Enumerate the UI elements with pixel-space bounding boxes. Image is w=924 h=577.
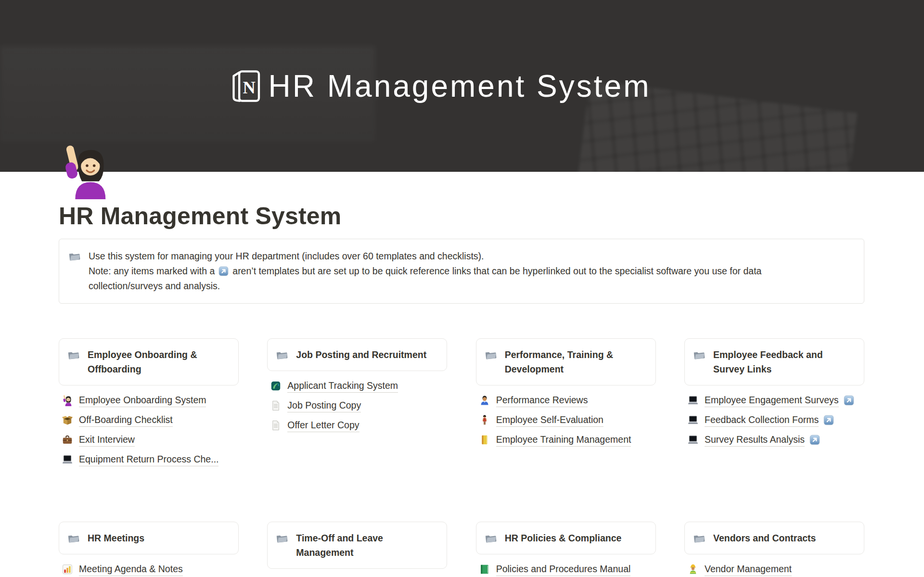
arrow-up-right-icon: [843, 395, 855, 406]
open-folder-icon: [68, 250, 81, 263]
document-icon: [270, 400, 282, 411]
card-items: Employee Onboarding System Off-Boarding …: [59, 390, 239, 469]
info-callout: Use this system for managing your HR dep…: [59, 239, 864, 304]
callout-note-last-line: collection/surveys and analysis.: [89, 279, 761, 294]
open-folder-icon: [275, 532, 288, 545]
page-link-vendor-management[interactable]: Vendor Management: [684, 559, 864, 577]
card-vendors-contracts: Vendors and Contracts Vendor Management: [684, 522, 864, 577]
page-link-label: Meeting Agenda & Notes: [79, 564, 183, 576]
page-link-label: Exit Interview: [79, 434, 135, 447]
man-office-worker-icon: [479, 395, 490, 406]
woman-raising-hand-icon: [63, 142, 109, 199]
card-employee-onboarding-offboarding: Employee Onboarding & Offboarding Employ…: [59, 338, 239, 469]
card-header: Job Posting and Recruitment: [267, 338, 447, 371]
open-folder-icon: [67, 348, 80, 361]
open-folder-icon: [484, 532, 497, 545]
page-link-label: Employee Self-Evaluation: [496, 414, 603, 427]
construction-worker-icon: [687, 564, 699, 575]
page-link-policies-procedures-manual[interactable]: Policies and Procedures Manual: [476, 559, 656, 577]
open-folder-icon: [275, 348, 288, 361]
page-link-label: Offer Letter Copy: [287, 420, 359, 432]
card-employee-feedback-survey-links: Employee Feedback and Survey Links Emplo…: [684, 338, 864, 449]
page-link-label: Job Posting Copy: [287, 400, 361, 412]
page-link-employee-self-evaluation[interactable]: Employee Self-Evaluation: [476, 410, 656, 430]
woman-standing-icon: [479, 414, 490, 426]
page-title: HR Management System: [59, 202, 864, 231]
external-link-survey-results-analysis[interactable]: Survey Results Analysis: [684, 430, 857, 449]
cover-title: HR Management System: [269, 68, 651, 104]
ats-app-icon: [270, 380, 282, 392]
callout-note-prefix: Note: any items marked with a: [89, 266, 215, 276]
page-link-label: Feedback Collection Forms: [705, 414, 819, 427]
green-book-icon: [479, 564, 490, 575]
page-link-applicant-tracking-system[interactable]: Applicant Tracking System: [267, 376, 447, 396]
page-link-exit-interview[interactable]: Exit Interview: [59, 430, 239, 449]
bar-chart-icon: [62, 564, 73, 575]
open-folder-icon: [67, 532, 80, 545]
woman-raising-hand-icon: [62, 395, 73, 406]
external-link-employee-engagement-surveys[interactable]: Employee Engagement Surveys: [684, 390, 857, 410]
card-header: Performance, Training & Development: [476, 338, 656, 385]
page-link-off-boarding-checklist[interactable]: Off-Boarding Checklist: [59, 410, 239, 430]
page-link-label: Employee Engagement Surveys: [705, 395, 839, 407]
card-title: Employee Feedback and Survey Links: [713, 347, 856, 376]
card-title: Employee Onboarding & Offboarding: [88, 347, 231, 376]
open-folder-icon: [693, 348, 706, 361]
arrow-up-right-icon: [218, 266, 229, 277]
card-items: Applicant Tracking System Job Posting Co…: [267, 376, 447, 435]
laptop-icon: [62, 454, 73, 465]
card-header: Time-Off and Leave Management: [267, 522, 447, 569]
card-job-posting-recruitment: Job Posting and Recruitment Applicant Tr…: [267, 338, 447, 435]
open-folder-icon: [484, 348, 497, 361]
page-link-equipment-return[interactable]: Equipment Return Process Che...: [59, 449, 239, 469]
laptop-icon: [687, 434, 699, 446]
page-link-label: Performance Reviews: [496, 395, 588, 407]
page-link-meeting-agenda-notes[interactable]: Meeting Agenda & Notes: [59, 559, 239, 577]
card-header: HR Meetings: [59, 522, 239, 554]
page-link-label: Applicant Tracking System: [287, 380, 398, 393]
page-link-employee-training-management[interactable]: Employee Training Management: [476, 430, 656, 449]
external-link-feedback-collection-forms[interactable]: Feedback Collection Forms: [684, 410, 857, 430]
open-folder-icon: [693, 532, 706, 545]
card-hr-meetings: HR Meetings Meeting Agenda & Notes: [59, 522, 239, 577]
cover-brand: HR Management System: [230, 68, 651, 104]
laptop-icon: [687, 414, 699, 426]
page-link-offer-letter-copy[interactable]: Offer Letter Copy: [267, 415, 447, 435]
card-title: Vendors and Contracts: [713, 531, 816, 545]
card-header: HR Policies & Compliance: [476, 522, 656, 554]
page-link-label: Survey Results Analysis: [705, 434, 805, 447]
page-link-performance-reviews[interactable]: Performance Reviews: [476, 390, 656, 410]
page-link-label: Employee Training Management: [496, 434, 631, 447]
callout-note: Note: any items marked with aaren’t temp…: [89, 264, 761, 294]
card-items: Employee Engagement Surveys Feedback Col…: [684, 390, 864, 449]
card-items: Vendor Management: [684, 559, 864, 577]
page-link-label: Employee Onboarding System: [79, 395, 206, 407]
page-link-label: Policies and Procedures Manual: [496, 564, 631, 576]
page-content: HR Management System Use this system for…: [59, 202, 864, 577]
page-link-label: Equipment Return Process Che...: [79, 454, 218, 466]
card-grid-row-2: HR Meetings Meeting Agenda & Notes Time-…: [59, 522, 864, 577]
card-grid-row-1: Employee Onboarding & Offboarding Employ…: [59, 338, 864, 469]
briefcase-icon: [62, 434, 73, 446]
card-title: Time-Off and Leave Management: [296, 531, 439, 560]
card-title: HR Policies & Compliance: [505, 531, 622, 545]
card-header: Employee Onboarding & Offboarding: [59, 338, 239, 385]
document-icon: [270, 420, 282, 431]
page-link-label: Off-Boarding Checklist: [79, 414, 173, 427]
notion-logo-icon: [230, 69, 262, 103]
card-title: HR Meetings: [88, 531, 144, 545]
card-title: Job Posting and Recruitment: [296, 347, 426, 362]
card-header: Employee Feedback and Survey Links: [684, 338, 864, 385]
page-link-label: Vendor Management: [705, 564, 792, 576]
card-header: Vendors and Contracts: [684, 522, 864, 554]
page-icon-woman-raising-hand[interactable]: [63, 142, 109, 199]
card-title: Performance, Training & Development: [505, 347, 648, 376]
card-hr-policies-compliance: HR Policies & Compliance Policies and Pr…: [476, 522, 656, 577]
page-link-job-posting-copy[interactable]: Job Posting Copy: [267, 396, 447, 415]
callout-note-middle: aren’t templates but are set up to be qu…: [232, 266, 761, 276]
open-box-icon: [62, 414, 73, 426]
page-link-employee-onboarding-system[interactable]: Employee Onboarding System: [59, 390, 239, 410]
arrow-up-right-icon: [823, 414, 834, 426]
card-time-off-leave-management: Time-Off and Leave Management: [267, 522, 447, 569]
card-items: Meeting Agenda & Notes: [59, 559, 239, 577]
